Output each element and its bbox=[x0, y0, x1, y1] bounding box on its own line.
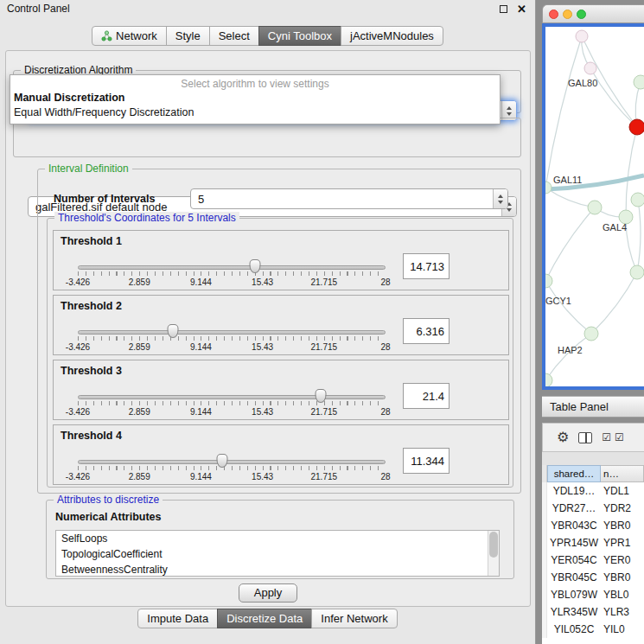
number-of-intervals-value: 5 bbox=[198, 193, 493, 206]
scrollbar-thumb[interactable] bbox=[489, 532, 498, 558]
network-node-selected[interactable] bbox=[629, 119, 644, 135]
network-canvas-svg[interactable]: GAL80GAL11GAL4GCY1HAP2 bbox=[545, 27, 644, 386]
network-edge[interactable] bbox=[637, 200, 641, 272]
tick-label: 28 bbox=[380, 342, 390, 352]
attributes-scrollbar[interactable] bbox=[488, 531, 499, 576]
threshold-2-value[interactable]: 6.316 bbox=[403, 318, 450, 344]
close-panel-icon[interactable]: ✕ bbox=[517, 3, 526, 15]
network-edge[interactable] bbox=[545, 36, 582, 188]
tab-jactivemnodules[interactable]: jActiveMNodules bbox=[341, 26, 443, 46]
close-light-icon[interactable] bbox=[549, 10, 558, 19]
tab-network[interactable]: Network bbox=[92, 26, 167, 46]
network-edge[interactable] bbox=[591, 272, 637, 334]
list-item-selfloops[interactable]: SelfLoops bbox=[56, 531, 499, 546]
threshold-4-label: Threshold 4 bbox=[61, 430, 122, 442]
threshold-1-value[interactable]: 14.713 bbox=[403, 253, 450, 279]
slider-track bbox=[78, 460, 386, 464]
table-panel-header[interactable]: Table Panel bbox=[542, 396, 644, 418]
table-row[interactable]: YBR045CYBR0 bbox=[542, 569, 644, 586]
threshold-4-slider[interactable]: -3.4262.8599.14415.4321.71528 bbox=[78, 453, 386, 484]
cell-shared-name: YBL079W bbox=[547, 586, 601, 603]
table-row[interactable]: YPR145WYPR1 bbox=[542, 534, 644, 552]
panel-title: Control Panel bbox=[7, 3, 70, 15]
tab-style[interactable]: Style bbox=[166, 26, 210, 46]
network-edge[interactable] bbox=[626, 217, 637, 272]
network-node[interactable] bbox=[584, 62, 596, 74]
table-panel-gap bbox=[542, 452, 644, 465]
column-header-shared-name[interactable]: shared… bbox=[547, 465, 601, 482]
network-node[interactable] bbox=[634, 75, 644, 89]
network-node[interactable] bbox=[545, 182, 552, 194]
network-edge[interactable] bbox=[545, 207, 595, 281]
cell-name: YER0 bbox=[601, 552, 644, 569]
checkbox-icon[interactable]: ☑ bbox=[602, 431, 611, 443]
threshold-3-slider[interactable]: -3.4262.8599.14415.4321.71528 bbox=[78, 388, 386, 419]
tick-label: 28 bbox=[380, 407, 390, 417]
threshold-2-slider[interactable]: -3.4262.8599.14415.4321.71528 bbox=[78, 323, 386, 354]
cell-name: YBR0 bbox=[601, 569, 644, 586]
network-view-frame: GAL80GAL11GAL4GCY1HAP2 bbox=[542, 23, 644, 390]
number-of-intervals-stepper[interactable] bbox=[493, 189, 507, 208]
minimize-light-icon[interactable] bbox=[563, 10, 572, 19]
network-node[interactable] bbox=[588, 201, 602, 214]
tab-infer-network[interactable]: Infer Network bbox=[311, 609, 397, 628]
zoom-light-icon[interactable] bbox=[577, 10, 586, 19]
list-item-betweennesscentrality[interactable]: BetweennessCentrality bbox=[56, 562, 499, 577]
checkbox-icon[interactable]: ☑ bbox=[615, 431, 624, 443]
threshold-4-value[interactable]: 11.344 bbox=[403, 448, 450, 474]
network-canvas[interactable]: GAL80GAL11GAL4GCY1HAP2 bbox=[545, 27, 644, 386]
tab-label: Infer Network bbox=[321, 612, 387, 625]
float-panel-icon[interactable] bbox=[500, 5, 507, 13]
tick-label: 21.715 bbox=[311, 472, 338, 481]
column-header-name[interactable]: n… bbox=[601, 465, 644, 482]
network-window-titlebar[interactable] bbox=[542, 4, 644, 23]
tick-label: 15.43 bbox=[252, 342, 273, 352]
gear-icon[interactable]: ⚙ bbox=[557, 430, 569, 444]
tab-select[interactable]: Select bbox=[209, 26, 259, 46]
network-node-label: GAL11 bbox=[553, 175, 582, 185]
slider-tick-labels: -3.4262.8599.14415.4321.71528 bbox=[78, 407, 386, 418]
table-row[interactable]: YIL052CYIL0 bbox=[542, 621, 644, 638]
tick-label: 2.859 bbox=[129, 342, 150, 352]
dropdown-option-equal-width-frequency-discretization[interactable]: Equal Width/Frequency Discretization bbox=[10, 105, 500, 120]
table-row[interactable]: YBL079WYBL0 bbox=[542, 586, 644, 603]
numerical-attributes-label: Numerical Attributes bbox=[55, 511, 161, 523]
slider-track bbox=[78, 265, 386, 270]
columns-icon[interactable] bbox=[578, 432, 592, 443]
cell-name: YDR2 bbox=[601, 500, 644, 517]
cell-name: YBL0 bbox=[601, 586, 644, 603]
network-node[interactable] bbox=[545, 274, 552, 288]
tab-impute-data[interactable]: Impute Data bbox=[137, 609, 218, 628]
number-of-intervals-label: Number of Intervals bbox=[54, 188, 155, 209]
dropdown-option-manual-discretization[interactable]: Manual Discretization bbox=[10, 91, 500, 105]
threshold-1-slider[interactable]: -3.4262.8599.14415.4321.71528 bbox=[78, 258, 386, 290]
apply-button[interactable]: Apply bbox=[239, 583, 297, 603]
stepper-up-icon bbox=[507, 106, 512, 110]
table-row[interactable]: YDL19…YDL1 bbox=[542, 482, 644, 500]
network-node[interactable] bbox=[630, 265, 644, 279]
numerical-attributes-list[interactable]: SelfLoopsTopologicalCoefficientBetweenne… bbox=[55, 530, 500, 577]
list-item-topologicalcoefficient[interactable]: TopologicalCoefficient bbox=[56, 546, 499, 562]
network-node[interactable] bbox=[631, 193, 644, 207]
table-row[interactable]: YDR27…YDR2 bbox=[542, 500, 644, 517]
tab-cyni-toolbox[interactable]: Cyni Toolbox bbox=[258, 26, 341, 46]
table-row[interactable]: YBR043CYBR0 bbox=[542, 517, 644, 534]
network-edge[interactable] bbox=[545, 281, 591, 334]
tab-discretize-data[interactable]: Discretize Data bbox=[217, 609, 312, 628]
threshold-3-value[interactable]: 21.4 bbox=[403, 383, 450, 409]
table-row[interactable]: YER054CYER0 bbox=[542, 552, 644, 569]
network-node[interactable] bbox=[545, 373, 552, 386]
cyni-toolbox-content: Discretization Algorithm Select algorith… bbox=[5, 50, 531, 607]
algorithm-options: Manual DiscretizationEqual Width/Frequen… bbox=[10, 91, 500, 120]
interval-definition-legend: Interval Definition bbox=[45, 163, 132, 175]
cell-shared-name: YPR145W bbox=[547, 534, 601, 552]
cell-shared-name: YBR045C bbox=[547, 569, 601, 586]
attributes-group: Attributes to discretize Numerical Attri… bbox=[46, 500, 514, 579]
tick-label: 15.43 bbox=[252, 407, 273, 417]
network-node[interactable] bbox=[576, 30, 588, 42]
tab-label: jActiveMNodules bbox=[350, 29, 434, 42]
network-edge[interactable] bbox=[545, 334, 591, 380]
network-node[interactable] bbox=[584, 327, 598, 341]
table-row[interactable]: YLR345WYLR3 bbox=[542, 603, 644, 621]
number-of-intervals-combo[interactable]: 5 bbox=[190, 188, 508, 209]
